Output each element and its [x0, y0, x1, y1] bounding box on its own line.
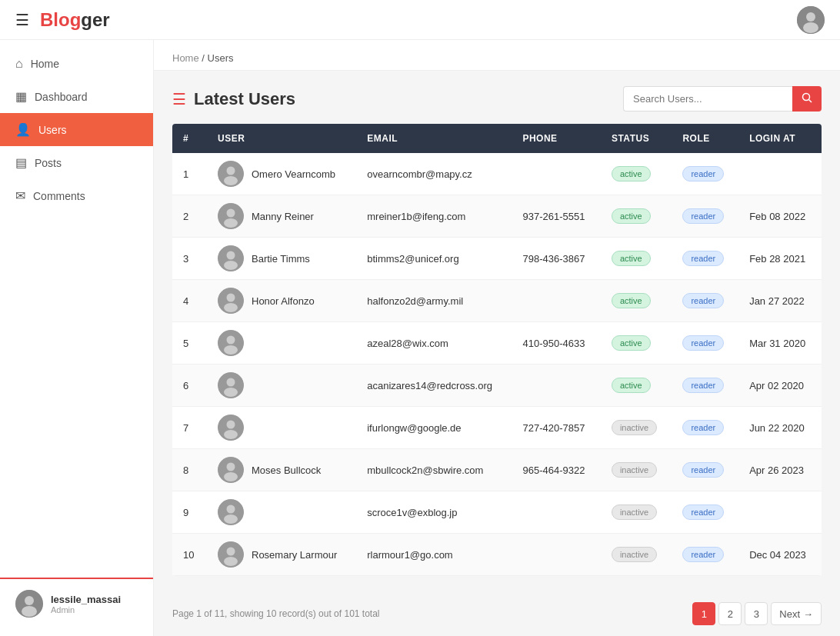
- cell-email: ovearncombr@mapy.cz: [356, 153, 512, 195]
- cell-user: [207, 491, 356, 534]
- cell-user: [207, 407, 356, 449]
- cell-status: active: [601, 195, 672, 238]
- cell-status: inactive: [601, 491, 672, 534]
- role-badge: reader: [682, 166, 724, 181]
- sidebar-item-posts[interactable]: ▤ Posts: [0, 146, 153, 179]
- cell-phone: [512, 280, 600, 322]
- cell-login: [738, 153, 822, 195]
- user-avatar-img: [218, 499, 244, 525]
- list-icon: ☰: [172, 90, 186, 108]
- sidebar-username: lessile_massai: [51, 594, 121, 605]
- user-avatar: [218, 415, 244, 441]
- hamburger-icon[interactable]: ☰: [15, 11, 29, 29]
- users-table-wrap: # USER EMAIL PHONE STATUS ROLE LOGIN AT …: [172, 124, 822, 576]
- role-badge: reader: [682, 378, 724, 393]
- cell-email: mreiner1b@ifeng.com: [356, 195, 512, 238]
- cell-num: 5: [172, 322, 207, 365]
- user-avatar: [218, 161, 244, 187]
- topnav-left: ☰ Blogger: [15, 9, 110, 31]
- cell-num: 1: [172, 153, 207, 195]
- status-badge: inactive: [612, 462, 657, 478]
- cell-email: halfonzo2d@army.mil: [356, 280, 512, 322]
- cell-role: reader: [672, 195, 738, 238]
- cell-role: reader: [672, 365, 738, 407]
- breadcrumb: Home / Users: [154, 40, 840, 71]
- user-avatar: [218, 372, 244, 398]
- col-phone: PHONE: [512, 124, 600, 153]
- sidebar-item-dashboard[interactable]: ▦ Dashboard: [0, 80, 153, 113]
- user-avatar: [218, 457, 244, 483]
- user-name: Omero Vearncomb: [252, 168, 335, 180]
- cell-phone: 965-464-9322: [512, 449, 600, 491]
- cell-login: Dec 04 2023: [738, 534, 822, 576]
- topnav-avatar[interactable]: [797, 6, 825, 34]
- search-input[interactable]: [623, 86, 792, 112]
- svg-point-15: [227, 251, 235, 260]
- role-badge: reader: [682, 547, 724, 562]
- page-btn-1[interactable]: 1: [692, 602, 715, 625]
- svg-point-21: [227, 336, 235, 345]
- table-row: 10 Rosemary Larmour rlarmour1@go.com: [172, 534, 822, 576]
- user-avatar: [218, 330, 244, 356]
- status-badge: inactive: [612, 547, 657, 562]
- page-btn-3[interactable]: 3: [745, 602, 768, 625]
- cell-email: scroce1v@exblog.jp: [356, 491, 512, 534]
- table-row: 5 azeal28@wix.com 410-950-4633 active: [172, 322, 822, 365]
- sidebar-item-users[interactable]: 👤 Users: [0, 113, 153, 146]
- cell-role: reader: [672, 407, 738, 449]
- user-name: Moses Bullcock: [252, 465, 321, 476]
- cell-role: reader: [672, 153, 738, 195]
- cell-role: reader: [672, 238, 738, 280]
- user-name: Bartie Timms: [252, 253, 310, 265]
- cell-status: active: [601, 238, 672, 280]
- col-email: EMAIL: [356, 124, 512, 153]
- svg-point-4: [25, 596, 34, 605]
- cell-status: inactive: [601, 449, 672, 491]
- posts-icon: ▤: [15, 155, 27, 170]
- role-badge: reader: [682, 462, 724, 478]
- cell-email: azeal28@wix.com: [356, 322, 512, 365]
- col-num: #: [172, 124, 207, 153]
- search-button[interactable]: [792, 86, 822, 112]
- cell-user: Omero Vearncomb: [207, 153, 356, 195]
- sidebar-user-info: lessile_massai Admin: [51, 594, 121, 614]
- table-row: 1 Omero Vearncomb ovearncombr@mapy.cz: [172, 153, 822, 195]
- sidebar-nav: ⌂ Home ▦ Dashboard 👤 Users ▤ Posts ✉ Com…: [0, 48, 153, 212]
- cell-user: [207, 365, 356, 407]
- svg-point-27: [227, 421, 235, 429]
- next-button[interactable]: Next →: [771, 602, 822, 625]
- next-label: Next: [779, 608, 800, 620]
- sidebar-item-home[interactable]: ⌂ Home: [0, 48, 153, 80]
- user-avatar: [218, 499, 244, 525]
- status-badge: active: [612, 293, 651, 308]
- cell-phone: [512, 365, 600, 407]
- role-badge: reader: [682, 208, 724, 224]
- role-badge: reader: [682, 335, 724, 351]
- cell-login: Feb 28 2021: [738, 238, 822, 280]
- user-avatar-img: [218, 457, 244, 483]
- status-badge: active: [612, 335, 651, 351]
- sidebar-item-dashboard-label: Dashboard: [35, 91, 88, 103]
- col-role: ROLE: [672, 124, 738, 153]
- cell-num: 4: [172, 280, 207, 322]
- cell-email: btimms2@unicef.org: [356, 238, 512, 280]
- cell-status: inactive: [601, 534, 672, 576]
- page-btn-2[interactable]: 2: [718, 602, 742, 625]
- cell-status: active: [601, 153, 672, 195]
- user-name: Manny Reiner: [252, 211, 314, 222]
- user-avatar: [218, 245, 244, 271]
- user-avatar: [218, 288, 244, 314]
- cell-role: reader: [672, 491, 738, 534]
- svg-point-36: [227, 548, 235, 556]
- svg-point-6: [803, 94, 810, 101]
- topnav-avatar-img: [797, 6, 825, 34]
- breadcrumb-home[interactable]: Home: [172, 52, 199, 64]
- cell-email: rlarmour1@go.com: [356, 534, 512, 576]
- home-icon: ⌂: [15, 57, 23, 71]
- sidebar-item-comments[interactable]: ✉ Comments: [0, 179, 153, 212]
- cell-user: Manny Reiner: [207, 195, 356, 238]
- cell-user: Bartie Timms: [207, 238, 356, 280]
- cell-phone: 798-436-3867: [512, 238, 600, 280]
- status-badge: active: [612, 208, 651, 224]
- cell-status: active: [601, 365, 672, 407]
